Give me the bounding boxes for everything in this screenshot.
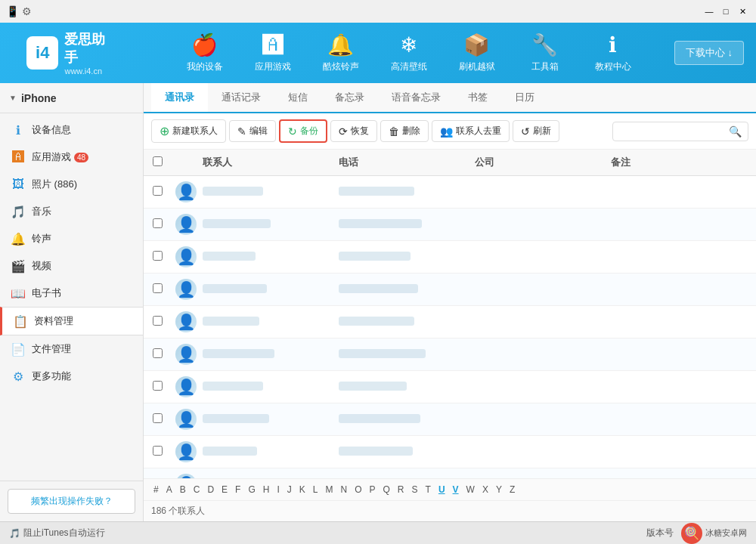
sidebar-item-music[interactable]: 🎵 音乐	[0, 198, 143, 225]
alpha-j[interactable]: J	[285, 484, 294, 496]
nav-tutorial-label: 教程中心	[595, 60, 631, 73]
table-row[interactable]: 👤	[144, 176, 756, 209]
alpha-k[interactable]: K	[297, 484, 308, 496]
table-row[interactable]: 👤	[144, 468, 756, 478]
close-button[interactable]: ✕	[735, 4, 750, 19]
tab-notes[interactable]: 备忘录	[321, 83, 378, 113]
table-row[interactable]: 👤	[144, 274, 756, 306]
row-checkbox[interactable]	[153, 218, 175, 230]
itunes-warning-text: 阻止iTunes自动运行	[23, 527, 105, 539]
minimize-button[interactable]: —	[702, 4, 717, 19]
alpha-a[interactable]: A	[164, 484, 175, 496]
alpha-g[interactable]: G	[246, 484, 257, 496]
alpha-n[interactable]: N	[338, 484, 349, 496]
sidebar-item-apps[interactable]: 🅰 应用游戏 48	[0, 144, 143, 171]
nav-my-device[interactable]: 🍎 我的设备	[171, 26, 239, 79]
select-all-checkbox[interactable]	[153, 156, 163, 166]
tab-sms[interactable]: 短信	[274, 83, 321, 113]
contact-phone	[339, 284, 475, 295]
tab-calendar[interactable]: 日历	[501, 83, 548, 113]
nav-ringtone[interactable]: 🔔 酷炫铃声	[307, 26, 375, 79]
sidebar-items: ℹ 设备信息 🅰 应用游戏 48 🖼 照片 (886) 🎵 音乐 🔔 铃声	[0, 113, 143, 481]
sidebar-item-video[interactable]: 🎬 视频	[0, 252, 143, 280]
alpha-#[interactable]: #	[151, 484, 161, 496]
table-row[interactable]: 👤	[144, 306, 756, 338]
alpha-z[interactable]: Z	[507, 484, 517, 496]
table-row[interactable]: 👤	[144, 371, 756, 403]
row-checkbox[interactable]	[153, 446, 175, 458]
alpha-f[interactable]: F	[233, 484, 243, 496]
sidebar-item-photos[interactable]: 🖼 照片 (886)	[0, 171, 143, 198]
row-checkbox[interactable]	[153, 316, 175, 328]
alpha-y[interactable]: Y	[494, 484, 504, 496]
alpha-o[interactable]: O	[352, 484, 364, 496]
nav-wallpaper[interactable]: ❄ 高清壁纸	[375, 26, 443, 79]
restore-button[interactable]: ⟳ 恢复	[330, 120, 377, 142]
alpha-h[interactable]: H	[261, 484, 272, 496]
search-bar[interactable]: 🔍	[612, 122, 748, 141]
table-row[interactable]: 👤	[144, 436, 756, 468]
alpha-w[interactable]: W	[464, 484, 477, 496]
row-checkbox[interactable]	[153, 251, 175, 263]
tab-call-log[interactable]: 通话记录	[208, 83, 274, 113]
nav-app-game[interactable]: 🅰 应用游戏	[239, 26, 307, 79]
sidebar-apps-label: 应用游戏	[32, 150, 71, 164]
table-row[interactable]: 👤	[144, 209, 756, 241]
alpha-m[interactable]: M	[323, 484, 335, 496]
sidebar-item-ringtones[interactable]: 🔔 铃声	[0, 225, 143, 252]
sidebar-more-label: 更多功能	[32, 369, 71, 383]
table-row[interactable]: 👤	[144, 241, 756, 274]
table-row[interactable]: 👤	[144, 338, 756, 371]
itunes-warning[interactable]: 🎵 阻止iTunes自动运行	[9, 527, 105, 539]
row-checkbox[interactable]	[153, 283, 175, 295]
col-phone-header: 电话	[339, 156, 475, 169]
alpha-t[interactable]: T	[423, 484, 433, 496]
sidebar-item-file-mgmt[interactable]: 📄 文件管理	[0, 335, 143, 363]
alpha-v[interactable]: V	[451, 484, 461, 496]
delete-button[interactable]: 🗑 删除	[380, 120, 429, 142]
nav-jailbreak[interactable]: 📦 刷机越狱	[443, 26, 511, 79]
backup-button[interactable]: ↻ 备份	[279, 119, 327, 143]
alpha-d[interactable]: D	[205, 484, 216, 496]
contact-phone	[339, 447, 475, 458]
app-icon: 🅰	[262, 32, 284, 57]
alpha-q[interactable]: Q	[381, 484, 392, 496]
trouble-button[interactable]: 频繁出现操作失败？	[8, 489, 135, 514]
nav-toolbox[interactable]: 🔧 工具箱	[511, 26, 579, 79]
download-center-button[interactable]: 下载中心 ↓	[674, 41, 744, 65]
alpha-p[interactable]: P	[367, 484, 378, 496]
alpha-i[interactable]: I	[274, 484, 281, 496]
new-contact-button[interactable]: ⊕ 新建联系人	[151, 119, 226, 143]
dedup-button[interactable]: 👥 联系人去重	[432, 120, 510, 142]
edit-button[interactable]: ✎ 编辑	[229, 120, 276, 142]
search-input[interactable]	[619, 126, 729, 137]
row-checkbox[interactable]	[153, 348, 175, 360]
alpha-b[interactable]: B	[178, 484, 188, 496]
tab-voice-notes[interactable]: 语音备忘录	[378, 83, 454, 113]
row-checkbox[interactable]	[153, 381, 175, 393]
alpha-x[interactable]: X	[480, 484, 491, 496]
alpha-e[interactable]: E	[219, 484, 230, 496]
row-checkbox[interactable]	[153, 186, 175, 198]
refresh-button[interactable]: ↺ 刷新	[513, 120, 559, 142]
alpha-s[interactable]: S	[410, 484, 420, 496]
sidebar-item-data-mgmt[interactable]: 📋 资料管理	[0, 307, 143, 335]
table-row[interactable]: 👤	[144, 403, 756, 436]
table-body: 👤 👤	[144, 176, 756, 478]
col-company-header: 公司	[475, 156, 611, 169]
alpha-u[interactable]: U	[436, 484, 448, 496]
row-checkbox[interactable]	[153, 413, 175, 425]
sidebar-item-more[interactable]: ⚙ 更多功能	[0, 363, 143, 390]
alpha-l[interactable]: L	[311, 484, 321, 496]
nav-tutorial[interactable]: ℹ 教程中心	[579, 26, 647, 79]
tab-contacts[interactable]: 通讯录	[151, 83, 208, 113]
sidebar-item-device-info[interactable]: ℹ 设备信息	[0, 116, 143, 144]
device-header[interactable]: ▼ iPhone	[0, 83, 143, 113]
alpha-c[interactable]: C	[191, 484, 203, 496]
search-icon: 🔍	[729, 125, 742, 138]
tab-bookmarks[interactable]: 书签	[454, 83, 501, 113]
maximize-button[interactable]: □	[718, 4, 733, 19]
alpha-r[interactable]: R	[395, 484, 407, 496]
contact-name	[203, 414, 339, 425]
sidebar-item-ebooks[interactable]: 📖 电子书	[0, 280, 143, 307]
